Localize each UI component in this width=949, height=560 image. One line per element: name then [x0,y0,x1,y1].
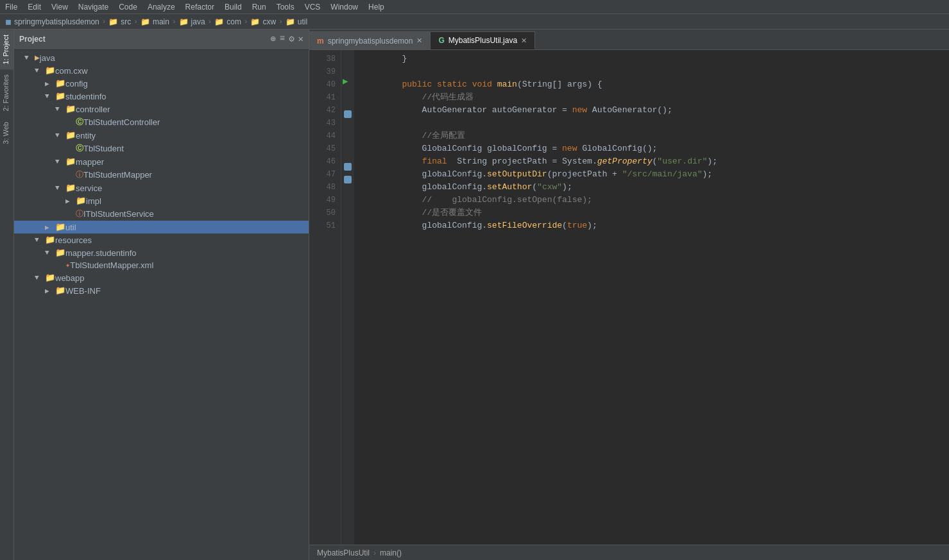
line-num-44: 44 [309,130,336,142]
folder-icon-util-tree: 📁 [55,222,65,232]
tree-item-mapper[interactable]: ▼ 📁 mapper [14,155,309,168]
xml-file-icon: ✦ [65,260,70,270]
code-line-40: public static void main (String[] args) … [362,78,949,91]
menu-analyze[interactable]: Analyze [148,3,175,12]
code-area[interactable]: } public static void main (String[] args… [354,50,949,545]
tab-close-1[interactable]: ✕ [416,37,422,45]
breadcrumb-project-icon: ◼ springmybatisplusdemon [5,17,99,26]
menu-navigate[interactable]: Navigate [78,3,108,12]
editor-tabs-bar: m springmybatisplusdemon ✕ G MybatisPlus… [309,30,949,50]
menu-file[interactable]: File [5,3,17,12]
tree-label-java: java [40,53,55,63]
tree-item-controller[interactable]: ▼ 📁 controller [14,103,309,115]
tree-label-mapper-studentinfo: mapper.studentinfo [65,248,137,258]
tree-item-webapp[interactable]: ▼ 📁 webapp [14,271,309,284]
breadcrumb-cxw-label[interactable]: cxw [262,17,276,26]
breadcrumb-main-label[interactable]: main [153,17,169,26]
side-tab-project[interactable]: 1: Project [0,30,13,69]
run-arrow-icon[interactable]: ▶ [343,76,348,87]
arrow-resources: ▼ [35,236,45,244]
tree-item-util[interactable]: ▶ 📁 util [14,221,309,233]
side-tab-web[interactable]: 3: Web [0,117,13,149]
tab-m-icon: m [317,37,324,46]
tab-mybatisplusutil[interactable]: G MybatisPlusUtil.java ✕ [431,31,535,49]
tree-item-service[interactable]: ▼ 📁 service [14,182,309,194]
breadcrumb-sep4: › [208,18,212,26]
tab-close-2[interactable]: ✕ [521,37,527,45]
line-num-40: 40 [309,78,336,91]
side-tab-favorites[interactable]: 2: Favorites [0,69,13,116]
folder-icon-controller: 📁 [65,104,76,114]
tree-label-itblstudentservice: ITblStudentService [83,209,154,219]
project-panel: Project ⊕ ≡ ⚙ ✕ ▼ ▶ java ▼ 📁 com.cxw [14,30,309,560]
panel-icons: ⊕ ≡ ⚙ ✕ [270,33,304,44]
menu-tools[interactable]: Tools [277,3,295,12]
breadcrumb-util-label[interactable]: util [298,17,307,26]
interface-icon-mapper: ⓘ [76,169,83,180]
editor-gutter: ▶ [341,50,354,545]
editor-breadcrumb: MybatisPlusUtil › main() [309,545,949,560]
folder-icon-mapper-studentinfo: 📁 [55,248,65,258]
tree-item-config[interactable]: ▶ 📁 config [14,77,309,90]
editor-breadcrumb-method: main() [380,548,402,557]
tree-label-resources: resources [55,235,92,245]
code-line-50: //是否覆盖文件 [362,207,949,219]
menu-run[interactable]: Run [252,3,266,12]
class-icon-controller: Ⓒ [76,117,83,128]
tree-item-tblstudent[interactable]: Ⓒ TblStudent [14,142,309,155]
bookmark-icon-49 [344,163,352,171]
tree-item-studentinfo[interactable]: ▼ 📁 studentinfo [14,90,309,103]
side-tabs: 1: Project 2: Favorites 3: Web [0,30,14,560]
code-line-48: globalConfig. setAuthor ( "cxw" ); [362,181,949,194]
interface-icon-service: ⓘ [76,208,83,219]
breadcrumb-src-label[interactable]: src [121,17,131,26]
breadcrumb-project[interactable]: springmybatisplusdemon [14,17,99,26]
arrow-webinf: ▶ [45,287,55,295]
tab-springmybatisplusdemon[interactable]: m springmybatisplusdemon ✕ [309,31,431,49]
tree-item-java[interactable]: ▼ ▶ java [14,51,309,64]
code-line-44: //全局配置 [362,130,949,142]
folder-icon-studentinfo: 📁 [55,91,65,101]
tree-item-webinf[interactable]: ▶ 📁 WEB-INF [14,284,309,297]
tree-item-mapper-studentinfo[interactable]: ▼ 📁 mapper.studentinfo [14,246,309,259]
menu-window[interactable]: Window [330,3,358,12]
menu-view[interactable]: View [51,3,68,12]
menu-code[interactable]: Code [119,3,137,12]
line-numbers: 38 39 40 41 42 43 44 45 46 47 48 49 50 5… [309,50,341,545]
menu-edit[interactable]: Edit [28,3,41,12]
code-line-51: globalConfig. setFileOverride ( true ); [362,219,949,232]
tree-label-config: config [65,79,88,89]
tree-label-service: service [76,183,102,193]
menu-vcs[interactable]: VCS [305,3,321,12]
breadcrumb-com-label[interactable]: com [227,17,241,26]
top-breadcrumb: ◼ springmybatisplusdemon › 📁 src › 📁 mai… [0,14,949,30]
tree-item-impl[interactable]: ▶ 📁 impl [14,194,309,207]
editor-breadcrumb-class: MybatisPlusUtil [317,548,370,557]
tree-item-comcxw[interactable]: ▼ 📁 com.cxw [14,64,309,77]
breadcrumb-src: 📁 src [108,17,131,26]
sync-icon[interactable]: ⊕ [270,33,275,44]
tree-item-tblstudentmapper[interactable]: ⓘ TblStudentMapper [14,168,309,182]
tree-item-tblstudentcontroller[interactable]: Ⓒ TblStudentController [14,115,309,129]
tab-label-1: springmybatisplusdemon [328,37,413,46]
code-line-38: } [362,53,949,65]
menu-refactor[interactable]: Refactor [185,3,214,12]
collapse-icon[interactable]: ≡ [280,33,285,44]
line-num-47: 47 [309,168,336,181]
tree-item-tblstudentmapper-xml[interactable]: ✦ TblStudentMapper.xml [14,259,309,271]
folder-icon-com: 📁 [214,17,224,26]
tree-item-itblstudentservice[interactable]: ⓘ ITblStudentService [14,207,309,221]
menu-build[interactable]: Build [225,3,242,12]
hide-icon[interactable]: ✕ [298,33,304,44]
tree-item-resources[interactable]: ▼ 📁 resources [14,233,309,246]
line-num-43: 43 [309,117,336,130]
arrow-controller: ▼ [55,105,65,113]
breadcrumb-java-label[interactable]: java [191,17,205,26]
folder-icon-main: 📁 [141,17,150,26]
settings-icon[interactable]: ⚙ [289,33,294,44]
breadcrumb-sep5: › [244,18,248,26]
code-line-49: // globalConfig.setOpen(false); [362,194,949,207]
tree-item-entity[interactable]: ▼ 📁 entity [14,129,309,142]
folder-icon-webapp: 📁 [45,273,55,283]
menu-help[interactable]: Help [368,3,384,12]
